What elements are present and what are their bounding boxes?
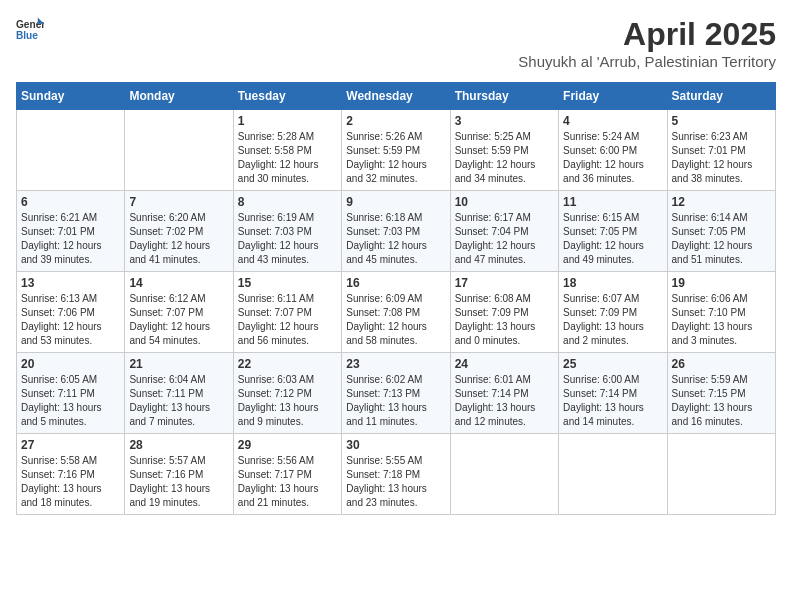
day-info: Sunrise: 6:07 AM Sunset: 7:09 PM Dayligh… — [563, 292, 662, 348]
logo-icon: General Blue — [16, 16, 44, 44]
day-info: Sunrise: 6:00 AM Sunset: 7:14 PM Dayligh… — [563, 373, 662, 429]
day-header-wednesday: Wednesday — [342, 83, 450, 110]
calendar-week-1: 1Sunrise: 5:28 AM Sunset: 5:58 PM Daylig… — [17, 110, 776, 191]
day-info: Sunrise: 6:08 AM Sunset: 7:09 PM Dayligh… — [455, 292, 554, 348]
calendar-week-2: 6Sunrise: 6:21 AM Sunset: 7:01 PM Daylig… — [17, 191, 776, 272]
day-header-sunday: Sunday — [17, 83, 125, 110]
day-number: 27 — [21, 438, 120, 452]
calendar-cell: 15Sunrise: 6:11 AM Sunset: 7:07 PM Dayli… — [233, 272, 341, 353]
day-info: Sunrise: 5:25 AM Sunset: 5:59 PM Dayligh… — [455, 130, 554, 186]
calendar-cell — [125, 110, 233, 191]
day-number: 19 — [672, 276, 771, 290]
day-info: Sunrise: 6:20 AM Sunset: 7:02 PM Dayligh… — [129, 211, 228, 267]
calendar-cell: 24Sunrise: 6:01 AM Sunset: 7:14 PM Dayli… — [450, 353, 558, 434]
day-info: Sunrise: 6:11 AM Sunset: 7:07 PM Dayligh… — [238, 292, 337, 348]
day-info: Sunrise: 6:06 AM Sunset: 7:10 PM Dayligh… — [672, 292, 771, 348]
calendar-body: 1Sunrise: 5:28 AM Sunset: 5:58 PM Daylig… — [17, 110, 776, 515]
day-number: 30 — [346, 438, 445, 452]
day-info: Sunrise: 5:58 AM Sunset: 7:16 PM Dayligh… — [21, 454, 120, 510]
day-number: 15 — [238, 276, 337, 290]
title-area: April 2025 Shuyukh al 'Arrub, Palestinia… — [518, 16, 776, 70]
calendar-cell: 13Sunrise: 6:13 AM Sunset: 7:06 PM Dayli… — [17, 272, 125, 353]
main-title: April 2025 — [518, 16, 776, 53]
calendar-cell: 18Sunrise: 6:07 AM Sunset: 7:09 PM Dayli… — [559, 272, 667, 353]
svg-text:Blue: Blue — [16, 30, 38, 41]
calendar-week-4: 20Sunrise: 6:05 AM Sunset: 7:11 PM Dayli… — [17, 353, 776, 434]
calendar-cell: 25Sunrise: 6:00 AM Sunset: 7:14 PM Dayli… — [559, 353, 667, 434]
day-info: Sunrise: 5:55 AM Sunset: 7:18 PM Dayligh… — [346, 454, 445, 510]
day-info: Sunrise: 6:17 AM Sunset: 7:04 PM Dayligh… — [455, 211, 554, 267]
logo: General Blue — [16, 16, 44, 44]
calendar-cell: 28Sunrise: 5:57 AM Sunset: 7:16 PM Dayli… — [125, 434, 233, 515]
calendar-cell — [450, 434, 558, 515]
day-number: 21 — [129, 357, 228, 371]
day-header-friday: Friday — [559, 83, 667, 110]
calendar-cell: 8Sunrise: 6:19 AM Sunset: 7:03 PM Daylig… — [233, 191, 341, 272]
day-number: 12 — [672, 195, 771, 209]
day-number: 9 — [346, 195, 445, 209]
calendar-cell: 22Sunrise: 6:03 AM Sunset: 7:12 PM Dayli… — [233, 353, 341, 434]
day-header-tuesday: Tuesday — [233, 83, 341, 110]
calendar-cell: 4Sunrise: 5:24 AM Sunset: 6:00 PM Daylig… — [559, 110, 667, 191]
day-info: Sunrise: 5:24 AM Sunset: 6:00 PM Dayligh… — [563, 130, 662, 186]
day-info: Sunrise: 6:02 AM Sunset: 7:13 PM Dayligh… — [346, 373, 445, 429]
day-info: Sunrise: 6:03 AM Sunset: 7:12 PM Dayligh… — [238, 373, 337, 429]
calendar-table: SundayMondayTuesdayWednesdayThursdayFrid… — [16, 82, 776, 515]
day-number: 4 — [563, 114, 662, 128]
day-info: Sunrise: 6:15 AM Sunset: 7:05 PM Dayligh… — [563, 211, 662, 267]
header: General Blue April 2025 Shuyukh al 'Arru… — [16, 16, 776, 70]
calendar-cell: 14Sunrise: 6:12 AM Sunset: 7:07 PM Dayli… — [125, 272, 233, 353]
calendar-cell: 27Sunrise: 5:58 AM Sunset: 7:16 PM Dayli… — [17, 434, 125, 515]
day-number: 5 — [672, 114, 771, 128]
day-number: 6 — [21, 195, 120, 209]
day-number: 20 — [21, 357, 120, 371]
day-header-saturday: Saturday — [667, 83, 775, 110]
day-info: Sunrise: 5:28 AM Sunset: 5:58 PM Dayligh… — [238, 130, 337, 186]
calendar-cell: 29Sunrise: 5:56 AM Sunset: 7:17 PM Dayli… — [233, 434, 341, 515]
day-number: 18 — [563, 276, 662, 290]
calendar-cell: 6Sunrise: 6:21 AM Sunset: 7:01 PM Daylig… — [17, 191, 125, 272]
day-number: 14 — [129, 276, 228, 290]
calendar-week-5: 27Sunrise: 5:58 AM Sunset: 7:16 PM Dayli… — [17, 434, 776, 515]
day-info: Sunrise: 5:26 AM Sunset: 5:59 PM Dayligh… — [346, 130, 445, 186]
calendar-cell: 7Sunrise: 6:20 AM Sunset: 7:02 PM Daylig… — [125, 191, 233, 272]
calendar-cell: 23Sunrise: 6:02 AM Sunset: 7:13 PM Dayli… — [342, 353, 450, 434]
day-info: Sunrise: 6:09 AM Sunset: 7:08 PM Dayligh… — [346, 292, 445, 348]
day-number: 22 — [238, 357, 337, 371]
calendar-cell: 17Sunrise: 6:08 AM Sunset: 7:09 PM Dayli… — [450, 272, 558, 353]
day-number: 11 — [563, 195, 662, 209]
calendar-header-row: SundayMondayTuesdayWednesdayThursdayFrid… — [17, 83, 776, 110]
day-number: 16 — [346, 276, 445, 290]
subtitle: Shuyukh al 'Arrub, Palestinian Territory — [518, 53, 776, 70]
calendar-cell: 2Sunrise: 5:26 AM Sunset: 5:59 PM Daylig… — [342, 110, 450, 191]
day-number: 13 — [21, 276, 120, 290]
day-number: 25 — [563, 357, 662, 371]
day-info: Sunrise: 5:56 AM Sunset: 7:17 PM Dayligh… — [238, 454, 337, 510]
day-info: Sunrise: 5:57 AM Sunset: 7:16 PM Dayligh… — [129, 454, 228, 510]
calendar-cell: 26Sunrise: 5:59 AM Sunset: 7:15 PM Dayli… — [667, 353, 775, 434]
day-number: 10 — [455, 195, 554, 209]
calendar-cell: 3Sunrise: 5:25 AM Sunset: 5:59 PM Daylig… — [450, 110, 558, 191]
calendar-cell — [17, 110, 125, 191]
day-info: Sunrise: 6:18 AM Sunset: 7:03 PM Dayligh… — [346, 211, 445, 267]
day-info: Sunrise: 6:13 AM Sunset: 7:06 PM Dayligh… — [21, 292, 120, 348]
calendar-week-3: 13Sunrise: 6:13 AM Sunset: 7:06 PM Dayli… — [17, 272, 776, 353]
calendar-cell: 1Sunrise: 5:28 AM Sunset: 5:58 PM Daylig… — [233, 110, 341, 191]
calendar-cell: 21Sunrise: 6:04 AM Sunset: 7:11 PM Dayli… — [125, 353, 233, 434]
calendar-cell: 10Sunrise: 6:17 AM Sunset: 7:04 PM Dayli… — [450, 191, 558, 272]
day-info: Sunrise: 6:12 AM Sunset: 7:07 PM Dayligh… — [129, 292, 228, 348]
calendar-cell: 11Sunrise: 6:15 AM Sunset: 7:05 PM Dayli… — [559, 191, 667, 272]
day-info: Sunrise: 6:14 AM Sunset: 7:05 PM Dayligh… — [672, 211, 771, 267]
calendar-cell: 16Sunrise: 6:09 AM Sunset: 7:08 PM Dayli… — [342, 272, 450, 353]
calendar-cell: 5Sunrise: 6:23 AM Sunset: 7:01 PM Daylig… — [667, 110, 775, 191]
day-number: 24 — [455, 357, 554, 371]
day-number: 29 — [238, 438, 337, 452]
calendar-cell: 30Sunrise: 5:55 AM Sunset: 7:18 PM Dayli… — [342, 434, 450, 515]
calendar-cell: 9Sunrise: 6:18 AM Sunset: 7:03 PM Daylig… — [342, 191, 450, 272]
calendar-cell: 20Sunrise: 6:05 AM Sunset: 7:11 PM Dayli… — [17, 353, 125, 434]
day-header-monday: Monday — [125, 83, 233, 110]
day-number: 7 — [129, 195, 228, 209]
day-number: 8 — [238, 195, 337, 209]
day-info: Sunrise: 6:21 AM Sunset: 7:01 PM Dayligh… — [21, 211, 120, 267]
day-number: 26 — [672, 357, 771, 371]
